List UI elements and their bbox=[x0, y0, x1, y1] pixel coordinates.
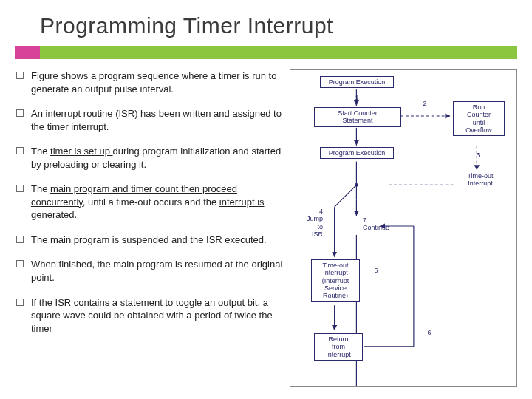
label-step-7-continue: 7Continue bbox=[363, 216, 407, 232]
box-start-counter: Start Counter Statement bbox=[314, 107, 401, 127]
box-timeout-isr: Time-out Interrupt (Interrupt Service Ro… bbox=[311, 259, 360, 302]
list-item: If the ISR contains a statement to toggl… bbox=[15, 296, 285, 335]
list-item: Figure shows a program sequence where a … bbox=[15, 69, 285, 95]
bullet-underline: timer is set up bbox=[50, 146, 113, 157]
list-item: The main program is suspended and the IS… bbox=[15, 233, 285, 247]
accent-green bbox=[40, 46, 517, 59]
label-step-3: 3 bbox=[469, 151, 487, 159]
label-step-1: 1 bbox=[348, 94, 366, 101]
bullet-text: The bbox=[31, 183, 50, 194]
bullet-text: Figure shows a program sequence where a … bbox=[31, 70, 276, 95]
label-step-2: 2 bbox=[416, 100, 434, 107]
list-item: The main program and timer count then pr… bbox=[15, 183, 285, 222]
label-step-4-jump: 4Jump to ISR bbox=[290, 208, 323, 238]
box-program-execution-top: Program Execution bbox=[320, 76, 394, 88]
accent-bar bbox=[15, 46, 517, 59]
label-step-7: 7 bbox=[363, 216, 366, 224]
label-step-5: 5 bbox=[367, 267, 385, 274]
slide-title: Programming Timer Interrupt bbox=[0, 0, 532, 44]
box-return-interrupt: Return from Interrupt bbox=[314, 333, 363, 361]
box-program-execution-mid: Program Execution bbox=[320, 147, 394, 159]
label-continue: Continue bbox=[363, 224, 389, 231]
list-item: An interrupt routine (ISR) has been writ… bbox=[15, 107, 285, 133]
bullet-text: , until a time-out occurs and the bbox=[83, 197, 219, 208]
content-row: Figure shows a program sequence where a … bbox=[0, 59, 532, 387]
bullet-text: The main program is suspended and the IS… bbox=[31, 234, 267, 245]
svg-line-7 bbox=[335, 185, 357, 207]
flow-diagram: Program Execution 1 2 Start Counter Stat… bbox=[290, 69, 517, 387]
label-jump-isr: Jump to ISR bbox=[307, 215, 323, 238]
bullet-text: When finished, the main program is resum… bbox=[31, 259, 282, 283]
bullet-text: An interrupt routine (ISR) has been writ… bbox=[31, 108, 282, 132]
label-timeout-interrupt: Time-out Interrupt bbox=[454, 172, 506, 188]
bullet-text: If the ISR contains a statement to toggl… bbox=[31, 297, 273, 334]
accent-pink bbox=[15, 46, 40, 59]
svg-point-6 bbox=[355, 183, 358, 187]
list-item: When finished, the main program is resum… bbox=[15, 258, 285, 284]
list-item: The timer is set up during program initi… bbox=[15, 145, 285, 171]
bullet-text: The bbox=[31, 146, 50, 157]
label-step-4: 4 bbox=[319, 208, 323, 215]
label-step-6: 6 bbox=[420, 329, 438, 336]
box-run-counter: Run Counter until Overflow bbox=[453, 101, 505, 136]
bullet-list: Figure shows a program sequence where a … bbox=[15, 69, 285, 387]
